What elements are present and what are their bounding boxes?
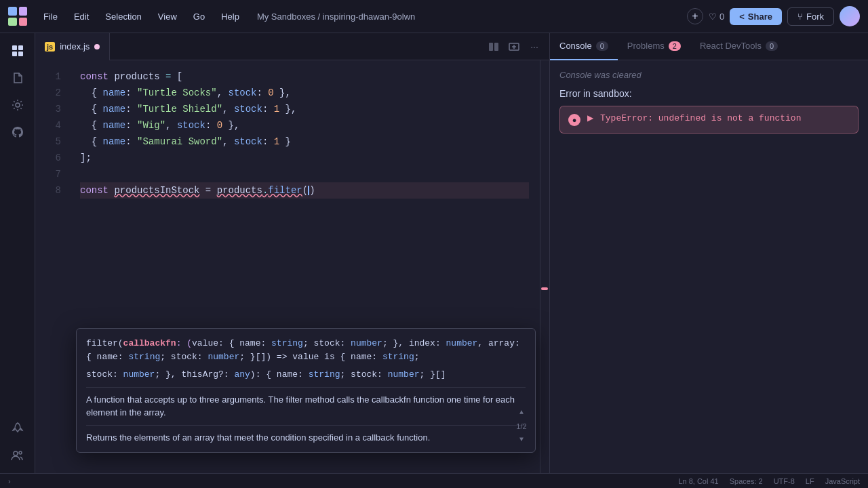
svg-rect-3 (18, 52, 23, 56)
tab-bar: js index.js ··· (35, 33, 549, 60)
menu-bar: File Edit Selection View Go Help My Sand… (0, 0, 868, 33)
heart-counter: ♡ 0 (709, 12, 724, 22)
menu-edit[interactable]: Edit (67, 9, 96, 24)
devtools-tab-label: React DevTools (700, 41, 762, 51)
popup-divider (86, 387, 526, 388)
console-panel-content: Console was cleared Error in sandbox: ● … (550, 60, 868, 473)
console-badge: 0 (596, 41, 608, 51)
popup-divider-2 (86, 425, 526, 426)
main-layout: js index.js ··· (0, 33, 868, 473)
tab-actions: ··· (484, 37, 549, 56)
preview-button[interactable] (505, 37, 524, 56)
problems-tab-label: Problems (627, 41, 665, 51)
error-message-text: TypeError: undefined is not a function (600, 113, 801, 123)
popup-next-button[interactable]: ▼ (515, 434, 528, 445)
editor-area: js index.js ··· (35, 33, 549, 473)
popup-returns: Returns the elements of an array that me… (86, 431, 526, 445)
split-editor-button[interactable] (484, 37, 503, 56)
minimap (540, 60, 549, 473)
problems-badge: 2 (669, 41, 681, 51)
svg-point-6 (19, 451, 22, 454)
tab-problems[interactable]: Problems 2 (618, 33, 690, 60)
share-button[interactable]: < Share (730, 8, 782, 25)
app-logo (8, 7, 27, 26)
encoding-setting[interactable]: UTF-8 (774, 477, 795, 485)
heart-icon: ♡ (709, 12, 717, 22)
tab-filename: index.js (60, 41, 90, 52)
new-sandbox-button[interactable]: + (687, 8, 703, 24)
svg-point-4 (16, 103, 20, 107)
code-line-1: const products = [ (80, 68, 529, 85)
menu-help[interactable]: Help (214, 9, 246, 24)
svg-rect-2 (12, 52, 17, 56)
minimap-error-marker (541, 287, 548, 290)
tab-modified-indicator (94, 44, 100, 49)
autocomplete-popup: filter(callbackfn: (value: { name: strin… (76, 328, 536, 453)
activity-file-icon[interactable] (5, 66, 30, 90)
error-expand-button[interactable]: ▶ (587, 113, 593, 123)
svg-rect-1 (18, 45, 23, 50)
more-options-button[interactable]: ··· (525, 37, 544, 56)
popup-description: A function that accepts up to three argu… (86, 393, 526, 420)
line-ending-setting[interactable]: LF (806, 477, 814, 485)
status-chevron-icon[interactable]: › (8, 477, 11, 485)
svg-point-5 (14, 451, 18, 455)
editor-tab-index-js[interactable]: js index.js (35, 33, 110, 60)
activity-users-icon[interactable] (5, 443, 30, 468)
activity-grid-icon[interactable] (5, 39, 30, 63)
status-bar: › Ln 8, Col 41 Spaces: 2 UTF-8 LF JavaSc… (0, 473, 868, 488)
activity-bar (0, 33, 35, 473)
language-setting[interactable]: JavaScript (825, 477, 860, 485)
popup-prev-button[interactable]: ▲ (515, 407, 528, 418)
code-line-8: const productsInStock = products.filter(… (80, 182, 529, 199)
code-line-5: { name: "Samurai Sword", stock: 1 } (80, 134, 529, 150)
error-circle-icon: ● (568, 114, 580, 126)
spaces-setting[interactable]: Spaces: 2 (730, 477, 763, 485)
cursor-position: Ln 8, Col 41 (678, 477, 718, 485)
console-cleared-message: Console was cleared (559, 70, 859, 80)
code-line-2: { name: "Turtle Socks", stock: 0 }, (80, 85, 529, 101)
fork-icon: ⑂ (797, 12, 803, 22)
panel-tabs: Console 0 Problems 2 React DevTools 0 (550, 33, 868, 60)
share-icon: < (739, 12, 745, 22)
console-tab-label: Console (559, 41, 592, 51)
popup-signature-2: stock: number; }, thisArg?: any): { name… (86, 368, 526, 382)
popup-counter: 1/2 (516, 420, 526, 433)
code-line-4: { name: "Wig", stock: 0 }, (80, 117, 529, 134)
svg-rect-8 (494, 43, 498, 51)
sandbox-path: My Sandboxes / inspiring-dhawan-9olwn (257, 12, 415, 22)
code-line-7 (80, 166, 529, 182)
tab-react-devtools[interactable]: React DevTools 0 (690, 33, 787, 60)
tab-console[interactable]: Console 0 (550, 33, 618, 60)
svg-rect-7 (489, 43, 493, 51)
editor-content: 1 2 3 4 5 6 7 8 const products = [ { nam… (35, 60, 549, 473)
activity-settings-icon[interactable] (5, 93, 30, 117)
svg-rect-0 (12, 45, 17, 50)
activity-rocket-icon[interactable] (5, 416, 30, 441)
fork-button[interactable]: ⑂ Fork (787, 7, 834, 26)
popup-signature: filter(callbackfn: (value: { name: strin… (86, 337, 526, 364)
devtools-badge: 0 (766, 41, 778, 51)
menu-go[interactable]: Go (186, 9, 212, 24)
menu-selection[interactable]: Selection (98, 9, 148, 24)
error-section-title: Error in sandbox: (559, 88, 859, 99)
right-panel: Console 0 Problems 2 React DevTools 0 Co… (549, 33, 868, 473)
menu-file[interactable]: File (37, 9, 64, 24)
js-file-icon: js (45, 42, 55, 52)
code-line-3: { name: "Turtle Shield", stock: 1 }, (80, 101, 529, 117)
avatar[interactable] (840, 6, 860, 26)
code-line-6: ]; (80, 150, 529, 166)
popup-navigation: ▲ 1/2 ▼ (515, 407, 528, 445)
activity-github-icon[interactable] (5, 120, 30, 144)
error-entry: ● ▶ TypeError: undefined is not a functi… (559, 106, 859, 134)
menu-actions: + ♡ 0 < Share ⑂ Fork (687, 6, 860, 26)
line-numbers: 1 2 3 4 5 6 7 8 (35, 60, 69, 473)
heart-count: 0 (719, 12, 724, 22)
menu-view[interactable]: View (151, 9, 184, 24)
